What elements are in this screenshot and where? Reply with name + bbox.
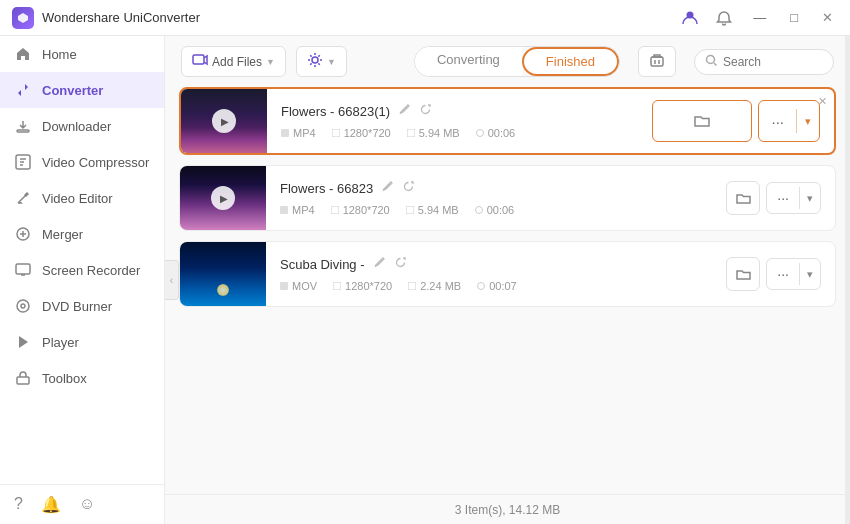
file-actions-3: ··· ▾ [712, 257, 835, 291]
open-folder-button-1[interactable] [652, 100, 752, 142]
size-2: 5.94 MB [406, 204, 459, 216]
side-accent [845, 36, 850, 524]
format-1: MP4 [281, 127, 316, 139]
toolbox-icon [14, 369, 32, 387]
file-name-3: Scuba Diving - [280, 257, 365, 272]
close-button[interactable]: ✕ [817, 8, 838, 27]
refresh-icon-1[interactable] [419, 103, 432, 119]
sidebar-label-merger: Merger [42, 227, 83, 242]
svg-rect-24 [408, 282, 416, 290]
svg-rect-18 [280, 206, 288, 214]
user-icon[interactable] [680, 8, 700, 28]
sidebar-label-video-editor: Video Editor [42, 191, 113, 206]
svg-rect-23 [333, 282, 341, 290]
resolution-3: 1280*720 [333, 280, 392, 292]
file-thumb-1: ▶ [181, 89, 267, 153]
settings-icon [307, 52, 323, 71]
search-input[interactable] [723, 55, 823, 69]
content-area: ‹ Add Files ▼ ▼ Converting Finished [165, 36, 850, 524]
svg-rect-10 [193, 55, 204, 64]
window-controls: — □ ✕ [680, 8, 838, 28]
app-title: Wondershare UniConverter [42, 10, 680, 25]
svg-point-7 [21, 304, 25, 308]
trash-button[interactable] [638, 46, 676, 77]
open-folder-button-2[interactable] [726, 181, 760, 215]
sidebar-item-converter[interactable]: Converter [0, 72, 164, 108]
status-bar: 3 Item(s), 14.12 MB [165, 494, 850, 524]
chevron-icon-2: ▾ [800, 185, 820, 212]
minimize-button[interactable]: — [748, 8, 771, 27]
ellipsis-icon-3: ··· [767, 259, 799, 289]
settings-button[interactable]: ▼ [296, 46, 347, 77]
svg-point-25 [478, 283, 485, 290]
svg-point-21 [475, 207, 482, 214]
file-item-3: Scuba Diving - MOV [179, 241, 836, 307]
sidebar-item-downloader[interactable]: Downloader [0, 108, 164, 144]
sidebar-item-video-compressor[interactable]: Video Compressor [0, 144, 164, 180]
svg-point-6 [17, 300, 29, 312]
edit-icon-2[interactable] [381, 180, 394, 196]
sidebar-item-screen-recorder[interactable]: Screen Recorder [0, 252, 164, 288]
resolution-1: 1280*720 [332, 127, 391, 139]
open-folder-button-3[interactable] [726, 257, 760, 291]
size-3: 2.24 MB [408, 280, 461, 292]
tab-finished[interactable]: Finished [522, 47, 619, 76]
file-actions-2: ··· ▾ [712, 181, 835, 215]
sidebar-item-video-editor[interactable]: Video Editor [0, 180, 164, 216]
play-button-1[interactable]: ▶ [212, 109, 236, 133]
more-button-3[interactable]: ··· ▾ [766, 258, 821, 290]
more-button-2[interactable]: ··· ▾ [766, 182, 821, 214]
refresh-icon-2[interactable] [402, 180, 415, 196]
sidebar-item-merger[interactable]: Merger [0, 216, 164, 252]
file-meta-3: MOV 1280*720 2.24 MB 00:07 [280, 280, 698, 292]
feedback-icon[interactable]: ☺ [79, 495, 95, 514]
svg-rect-5 [16, 264, 30, 274]
sidebar-footer: ? 🔔 ☺ [0, 484, 164, 524]
chevron-icon-1: ▾ [797, 108, 819, 135]
file-name-row-1: Flowers - 66823(1) [281, 103, 624, 119]
duration-3: 00:07 [477, 280, 517, 292]
edit-icon-1[interactable] [398, 103, 411, 119]
bell-icon[interactable]: 🔔 [41, 495, 61, 514]
sidebar-item-dvd-burner[interactable]: DVD Burner [0, 288, 164, 324]
sidebar-label-player: Player [42, 335, 79, 350]
svg-marker-0 [18, 13, 28, 23]
more-button-1[interactable]: ··· ▾ [758, 100, 820, 142]
file-meta-2: MP4 1280*720 5.94 MB 00:06 [280, 204, 698, 216]
sidebar-item-player[interactable]: Player [0, 324, 164, 360]
help-icon[interactable]: ? [14, 495, 23, 514]
refresh-icon-3[interactable] [394, 256, 407, 272]
duration-1: 00:06 [476, 127, 516, 139]
status-text: 3 Item(s), 14.12 MB [455, 503, 560, 517]
sidebar-label-dvd-burner: DVD Burner [42, 299, 112, 314]
tab-converting[interactable]: Converting [415, 47, 522, 76]
svg-rect-16 [407, 129, 415, 137]
ellipsis-icon-2: ··· [767, 183, 799, 213]
sidebar-item-toolbox[interactable]: Toolbox [0, 360, 164, 396]
home-icon [14, 45, 32, 63]
screen-recorder-icon [14, 261, 32, 279]
file-name-1: Flowers - 66823(1) [281, 104, 390, 119]
maximize-button[interactable]: □ [785, 8, 803, 27]
collapse-handle[interactable]: ‹ [165, 260, 179, 300]
sidebar-label-converter: Converter [42, 83, 103, 98]
sidebar-label-toolbox: Toolbox [42, 371, 87, 386]
notification-icon[interactable] [714, 8, 734, 28]
add-files-button[interactable]: Add Files ▼ [181, 46, 286, 77]
svg-rect-19 [331, 206, 339, 214]
app-logo [12, 7, 34, 29]
file-info-3: Scuba Diving - MOV [266, 246, 712, 302]
svg-point-17 [476, 130, 483, 137]
resolution-2: 1280*720 [331, 204, 390, 216]
edit-icon-3[interactable] [373, 256, 386, 272]
svg-rect-22 [280, 282, 288, 290]
file-thumb-2: ▶ [180, 166, 266, 230]
file-meta-1: MP4 1280*720 5.94 MB 00:06 [281, 127, 624, 139]
close-button-1[interactable]: ✕ [814, 93, 830, 109]
sidebar-item-home[interactable]: Home [0, 36, 164, 72]
file-item-1: ▶ Flowers - 66823(1) [179, 87, 836, 155]
search-icon [705, 54, 718, 70]
video-editor-icon [14, 189, 32, 207]
play-button-2[interactable]: ▶ [211, 186, 235, 210]
duration-2: 00:06 [475, 204, 515, 216]
